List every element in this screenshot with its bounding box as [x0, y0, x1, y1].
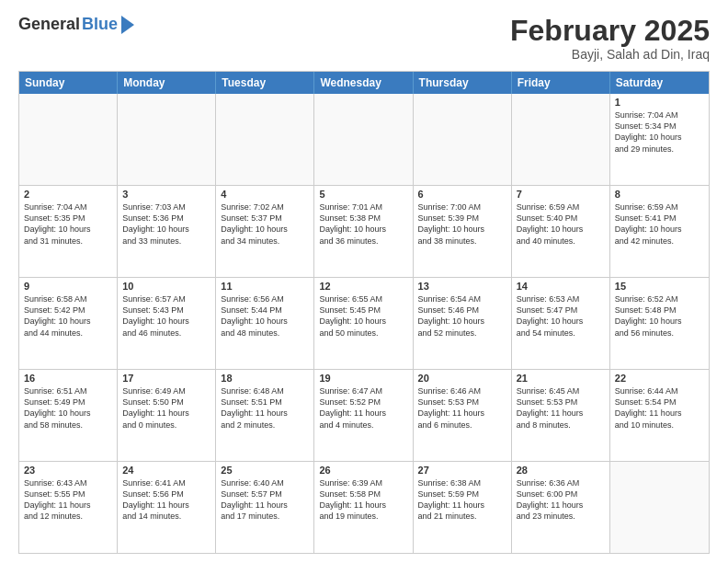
cell-text: Sunrise: 6:41 AM Sunset: 5:56 PM Dayligh…	[122, 477, 210, 523]
cell-text: Sunrise: 6:39 AM Sunset: 5:58 PM Dayligh…	[319, 477, 407, 523]
day-number: 24	[122, 465, 210, 476]
cal-cell: 14Sunrise: 6:53 AM Sunset: 5:47 PM Dayli…	[512, 278, 610, 369]
cal-cell: 4Sunrise: 7:02 AM Sunset: 5:37 PM Daylig…	[216, 186, 314, 277]
cell-text: Sunrise: 6:56 AM Sunset: 5:44 PM Dayligh…	[221, 293, 309, 339]
cell-text: Sunrise: 6:51 AM Sunset: 5:49 PM Dayligh…	[24, 385, 112, 431]
page: General Blue February 2025 Bayji, Salah …	[0, 0, 728, 563]
cell-text: Sunrise: 6:55 AM Sunset: 5:45 PM Dayligh…	[319, 293, 407, 339]
day-number: 2	[24, 189, 112, 200]
cal-cell: 10Sunrise: 6:57 AM Sunset: 5:43 PM Dayli…	[118, 278, 216, 369]
day-number: 4	[221, 189, 309, 200]
cell-text: Sunrise: 6:54 AM Sunset: 5:46 PM Dayligh…	[418, 293, 506, 339]
cal-cell: 5Sunrise: 7:01 AM Sunset: 5:38 PM Daylig…	[314, 186, 413, 277]
cal-cell: 19Sunrise: 6:47 AM Sunset: 5:52 PM Dayli…	[314, 370, 413, 461]
cal-cell: 2Sunrise: 7:04 AM Sunset: 5:35 PM Daylig…	[19, 186, 118, 277]
cell-text: Sunrise: 7:03 AM Sunset: 5:36 PM Dayligh…	[122, 201, 210, 247]
cal-cell: 7Sunrise: 6:59 AM Sunset: 5:40 PM Daylig…	[512, 186, 610, 277]
day-number: 17	[122, 373, 210, 384]
cal-cell: 18Sunrise: 6:48 AM Sunset: 5:51 PM Dayli…	[216, 370, 314, 461]
day-number: 23	[24, 465, 112, 476]
cell-text: Sunrise: 6:59 AM Sunset: 5:40 PM Dayligh…	[517, 201, 605, 247]
cell-text: Sunrise: 6:59 AM Sunset: 5:41 PM Dayligh…	[615, 201, 704, 247]
cal-cell: 25Sunrise: 6:40 AM Sunset: 5:57 PM Dayli…	[216, 462, 314, 553]
day-number: 13	[418, 281, 506, 292]
day-number: 15	[615, 281, 704, 292]
day-number: 7	[517, 189, 605, 200]
cal-cell	[118, 94, 216, 185]
cal-cell: 1Sunrise: 7:04 AM Sunset: 5:34 PM Daylig…	[610, 94, 709, 185]
day-number: 8	[615, 189, 704, 200]
logo: General Blue	[18, 15, 134, 34]
cal-cell: 9Sunrise: 6:58 AM Sunset: 5:42 PM Daylig…	[19, 278, 118, 369]
cal-cell: 12Sunrise: 6:55 AM Sunset: 5:45 PM Dayli…	[314, 278, 413, 369]
day-number: 21	[517, 373, 605, 384]
day-number: 25	[221, 465, 309, 476]
day-number: 16	[24, 373, 112, 384]
cal-cell	[610, 462, 709, 553]
cal-row-3: 16Sunrise: 6:51 AM Sunset: 5:49 PM Dayli…	[19, 369, 709, 461]
cell-text: Sunrise: 6:38 AM Sunset: 5:59 PM Dayligh…	[418, 477, 506, 523]
cell-text: Sunrise: 6:45 AM Sunset: 5:53 PM Dayligh…	[517, 385, 605, 431]
day-number: 12	[319, 281, 407, 292]
day-number: 22	[615, 373, 704, 384]
cal-header-saturday: Saturday	[610, 72, 709, 94]
day-number: 6	[418, 189, 506, 200]
cal-row-0: 1Sunrise: 7:04 AM Sunset: 5:34 PM Daylig…	[19, 94, 709, 185]
cal-row-1: 2Sunrise: 7:04 AM Sunset: 5:35 PM Daylig…	[19, 185, 709, 277]
cal-cell: 28Sunrise: 6:36 AM Sunset: 6:00 PM Dayli…	[512, 462, 610, 553]
cell-text: Sunrise: 7:04 AM Sunset: 5:35 PM Dayligh…	[24, 201, 112, 247]
day-number: 9	[24, 281, 112, 292]
cal-cell	[19, 94, 118, 185]
day-number: 28	[517, 465, 605, 476]
day-number: 5	[319, 189, 407, 200]
header: General Blue February 2025 Bayji, Salah …	[18, 15, 710, 62]
calendar: SundayMondayTuesdayWednesdayThursdayFrid…	[18, 71, 710, 554]
cell-text: Sunrise: 6:44 AM Sunset: 5:54 PM Dayligh…	[615, 385, 704, 431]
calendar-body: 1Sunrise: 7:04 AM Sunset: 5:34 PM Daylig…	[19, 94, 709, 553]
cal-cell: 23Sunrise: 6:43 AM Sunset: 5:55 PM Dayli…	[19, 462, 118, 553]
day-number: 26	[319, 465, 407, 476]
day-number: 14	[517, 281, 605, 292]
logo-general-text: General	[18, 15, 80, 34]
cal-cell: 27Sunrise: 6:38 AM Sunset: 5:59 PM Dayli…	[414, 462, 512, 553]
cal-cell	[414, 94, 512, 185]
cal-cell: 3Sunrise: 7:03 AM Sunset: 5:36 PM Daylig…	[118, 186, 216, 277]
cal-cell: 13Sunrise: 6:54 AM Sunset: 5:46 PM Dayli…	[414, 278, 512, 369]
calendar-header: SundayMondayTuesdayWednesdayThursdayFrid…	[19, 72, 709, 94]
cal-cell	[512, 94, 610, 185]
cal-cell: 8Sunrise: 6:59 AM Sunset: 5:41 PM Daylig…	[610, 186, 709, 277]
cal-cell: 24Sunrise: 6:41 AM Sunset: 5:56 PM Dayli…	[118, 462, 216, 553]
cell-text: Sunrise: 7:04 AM Sunset: 5:34 PM Dayligh…	[615, 109, 704, 155]
month-title: February 2025	[510, 15, 710, 47]
cal-cell: 22Sunrise: 6:44 AM Sunset: 5:54 PM Dayli…	[610, 370, 709, 461]
cal-cell: 20Sunrise: 6:46 AM Sunset: 5:53 PM Dayli…	[414, 370, 512, 461]
cell-text: Sunrise: 7:02 AM Sunset: 5:37 PM Dayligh…	[221, 201, 309, 247]
cal-cell: 15Sunrise: 6:52 AM Sunset: 5:48 PM Dayli…	[610, 278, 709, 369]
cal-header-wednesday: Wednesday	[314, 72, 413, 94]
day-number: 10	[122, 281, 210, 292]
cal-header-friday: Friday	[512, 72, 610, 94]
cal-header-tuesday: Tuesday	[216, 72, 314, 94]
cal-header-sunday: Sunday	[19, 72, 118, 94]
cal-row-2: 9Sunrise: 6:58 AM Sunset: 5:42 PM Daylig…	[19, 277, 709, 369]
header-right: February 2025 Bayji, Salah ad Din, Iraq	[510, 15, 710, 62]
cal-cell	[314, 94, 413, 185]
cal-cell: 26Sunrise: 6:39 AM Sunset: 5:58 PM Dayli…	[314, 462, 413, 553]
day-number: 1	[615, 97, 704, 108]
cal-cell: 16Sunrise: 6:51 AM Sunset: 5:49 PM Dayli…	[19, 370, 118, 461]
day-number: 19	[319, 373, 407, 384]
cal-cell	[216, 94, 314, 185]
cal-cell: 6Sunrise: 7:00 AM Sunset: 5:39 PM Daylig…	[414, 186, 512, 277]
cal-row-4: 23Sunrise: 6:43 AM Sunset: 5:55 PM Dayli…	[19, 461, 709, 553]
cell-text: Sunrise: 6:52 AM Sunset: 5:48 PM Dayligh…	[615, 293, 704, 339]
day-number: 20	[418, 373, 506, 384]
cell-text: Sunrise: 6:53 AM Sunset: 5:47 PM Dayligh…	[517, 293, 605, 339]
cell-text: Sunrise: 6:40 AM Sunset: 5:57 PM Dayligh…	[221, 477, 309, 523]
cell-text: Sunrise: 7:01 AM Sunset: 5:38 PM Dayligh…	[319, 201, 407, 247]
cell-text: Sunrise: 6:36 AM Sunset: 6:00 PM Dayligh…	[517, 477, 605, 523]
day-number: 11	[221, 281, 309, 292]
cal-header-thursday: Thursday	[414, 72, 512, 94]
day-number: 27	[418, 465, 506, 476]
cal-header-monday: Monday	[118, 72, 216, 94]
cell-text: Sunrise: 6:58 AM Sunset: 5:42 PM Dayligh…	[24, 293, 112, 339]
